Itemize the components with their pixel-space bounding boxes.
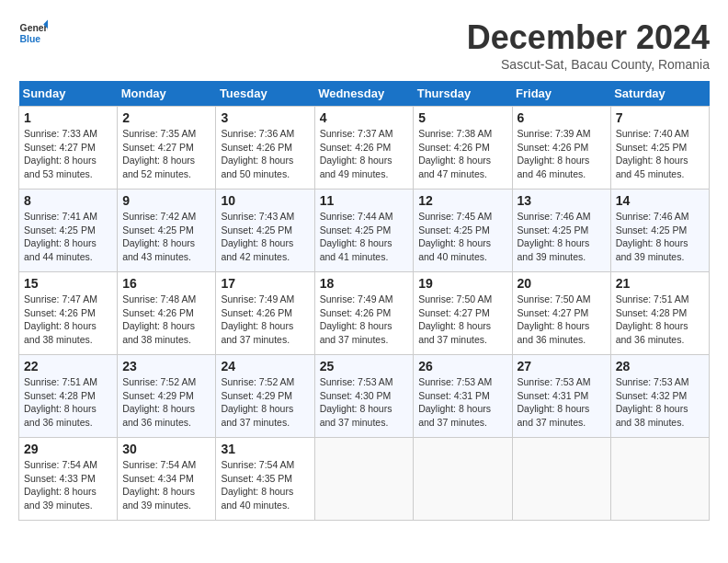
day-cell: 16 Sunrise: 7:48 AMSunset: 4:26 PMDaylig…: [118, 272, 216, 355]
col-tuesday: Tuesday: [216, 81, 314, 107]
day-detail: Sunrise: 7:38 AMSunset: 4:26 PMDaylight:…: [418, 127, 506, 181]
day-number: 3: [221, 110, 309, 125]
day-detail: Sunrise: 7:49 AMSunset: 4:26 PMDaylight:…: [221, 293, 309, 347]
day-detail: Sunrise: 7:43 AMSunset: 4:25 PMDaylight:…: [221, 210, 309, 264]
day-number: 22: [24, 359, 112, 373]
day-cell: 15 Sunrise: 7:47 AMSunset: 4:26 PMDaylig…: [19, 272, 118, 355]
calendar-table: Sunday Monday Tuesday Wednesday Thursday…: [18, 81, 710, 521]
day-number: 9: [122, 193, 210, 208]
day-number: 16: [122, 276, 210, 291]
week-row-5: 29 Sunrise: 7:54 AMSunset: 4:33 PMDaylig…: [19, 438, 710, 521]
col-monday: Monday: [118, 81, 216, 107]
day-cell: 27 Sunrise: 7:53 AMSunset: 4:31 PMDaylig…: [512, 355, 610, 438]
day-number: 14: [616, 193, 704, 208]
day-cell: 2 Sunrise: 7:35 AMSunset: 4:27 PMDayligh…: [118, 107, 216, 190]
logo: General Blue: [18, 18, 48, 48]
header-row: Sunday Monday Tuesday Wednesday Thursday…: [19, 81, 710, 107]
day-detail: Sunrise: 7:53 AMSunset: 4:30 PMDaylight:…: [320, 375, 409, 430]
day-number: 26: [418, 359, 506, 373]
day-cell: 5 Sunrise: 7:38 AMSunset: 4:26 PMDayligh…: [414, 107, 512, 190]
day-cell: 7 Sunrise: 7:40 AMSunset: 4:25 PMDayligh…: [610, 107, 709, 190]
day-detail: Sunrise: 7:50 AMSunset: 4:27 PMDaylight:…: [518, 293, 606, 347]
subtitle: Sascut-Sat, Bacau County, Romania: [467, 57, 710, 72]
day-detail: Sunrise: 7:53 AMSunset: 4:32 PMDaylight:…: [616, 375, 704, 430]
day-detail: Sunrise: 7:50 AMSunset: 4:27 PMDaylight:…: [418, 293, 506, 347]
day-number: 29: [24, 442, 112, 456]
col-wednesday: Wednesday: [314, 81, 414, 107]
day-number: 21: [616, 276, 704, 291]
day-cell: 14 Sunrise: 7:46 AMSunset: 4:25 PMDaylig…: [610, 190, 709, 272]
week-row-4: 22 Sunrise: 7:51 AMSunset: 4:28 PMDaylig…: [19, 355, 710, 438]
day-cell: 13 Sunrise: 7:46 AMSunset: 4:25 PMDaylig…: [512, 190, 610, 272]
day-number: 31: [221, 442, 309, 456]
day-cell: [414, 438, 512, 521]
day-cell: 9 Sunrise: 7:42 AMSunset: 4:25 PMDayligh…: [118, 190, 216, 272]
day-detail: Sunrise: 7:49 AMSunset: 4:26 PMDaylight:…: [320, 293, 409, 347]
logo-icon: General Blue: [18, 18, 48, 48]
day-cell: 29 Sunrise: 7:54 AMSunset: 4:33 PMDaylig…: [19, 438, 118, 521]
day-detail: Sunrise: 7:51 AMSunset: 4:28 PMDaylight:…: [616, 293, 704, 347]
day-detail: Sunrise: 7:39 AMSunset: 4:26 PMDaylight:…: [518, 127, 606, 181]
day-cell: 30 Sunrise: 7:54 AMSunset: 4:34 PMDaylig…: [118, 438, 216, 521]
day-cell: 17 Sunrise: 7:49 AMSunset: 4:26 PMDaylig…: [216, 272, 314, 355]
col-saturday: Saturday: [610, 81, 709, 107]
day-cell: 19 Sunrise: 7:50 AMSunset: 4:27 PMDaylig…: [414, 272, 512, 355]
week-row-2: 8 Sunrise: 7:41 AMSunset: 4:25 PMDayligh…: [19, 190, 710, 272]
day-number: 30: [122, 442, 210, 456]
day-detail: Sunrise: 7:37 AMSunset: 4:26 PMDaylight:…: [320, 127, 409, 181]
day-detail: Sunrise: 7:33 AMSunset: 4:27 PMDaylight:…: [24, 127, 112, 181]
day-cell: 28 Sunrise: 7:53 AMSunset: 4:32 PMDaylig…: [610, 355, 709, 438]
day-number: 11: [320, 193, 409, 208]
month-title: December 2024: [467, 18, 710, 57]
week-row-1: 1 Sunrise: 7:33 AMSunset: 4:27 PMDayligh…: [19, 107, 710, 190]
day-cell: 20 Sunrise: 7:50 AMSunset: 4:27 PMDaylig…: [512, 272, 610, 355]
day-number: 8: [24, 193, 112, 208]
day-detail: Sunrise: 7:41 AMSunset: 4:25 PMDaylight:…: [24, 210, 112, 264]
day-number: 17: [221, 276, 309, 291]
day-detail: Sunrise: 7:48 AMSunset: 4:26 PMDaylight:…: [122, 293, 210, 347]
day-cell: 4 Sunrise: 7:37 AMSunset: 4:26 PMDayligh…: [314, 107, 414, 190]
day-detail: Sunrise: 7:52 AMSunset: 4:29 PMDaylight:…: [122, 375, 210, 430]
day-detail: Sunrise: 7:54 AMSunset: 4:34 PMDaylight:…: [122, 458, 210, 512]
day-cell: 24 Sunrise: 7:52 AMSunset: 4:29 PMDaylig…: [216, 355, 314, 438]
day-cell: 25 Sunrise: 7:53 AMSunset: 4:30 PMDaylig…: [314, 355, 414, 438]
day-number: 24: [221, 359, 309, 373]
day-cell: 6 Sunrise: 7:39 AMSunset: 4:26 PMDayligh…: [512, 107, 610, 190]
col-sunday: Sunday: [19, 81, 118, 107]
day-detail: Sunrise: 7:42 AMSunset: 4:25 PMDaylight:…: [122, 210, 210, 264]
day-number: 12: [418, 193, 506, 208]
day-number: 23: [122, 359, 210, 373]
week-row-3: 15 Sunrise: 7:47 AMSunset: 4:26 PMDaylig…: [19, 272, 710, 355]
day-detail: Sunrise: 7:35 AMSunset: 4:27 PMDaylight:…: [122, 127, 210, 181]
day-cell: [512, 438, 610, 521]
day-cell: 1 Sunrise: 7:33 AMSunset: 4:27 PMDayligh…: [19, 107, 118, 190]
col-friday: Friday: [512, 81, 610, 107]
svg-text:Blue: Blue: [20, 34, 41, 44]
day-number: 25: [320, 359, 409, 373]
day-cell: [314, 438, 414, 521]
day-number: 7: [616, 110, 704, 125]
day-detail: Sunrise: 7:46 AMSunset: 4:25 PMDaylight:…: [616, 210, 704, 264]
day-detail: Sunrise: 7:40 AMSunset: 4:25 PMDaylight:…: [616, 127, 704, 181]
day-cell: 31 Sunrise: 7:54 AMSunset: 4:35 PMDaylig…: [216, 438, 314, 521]
day-number: 6: [518, 110, 606, 125]
day-number: 4: [320, 110, 409, 125]
day-number: 1: [24, 110, 112, 125]
day-cell: 12 Sunrise: 7:45 AMSunset: 4:25 PMDaylig…: [414, 190, 512, 272]
day-detail: Sunrise: 7:44 AMSunset: 4:25 PMDaylight:…: [320, 210, 409, 264]
day-number: 20: [518, 276, 606, 291]
title-block: December 2024 Sascut-Sat, Bacau County, …: [467, 18, 710, 72]
day-cell: 8 Sunrise: 7:41 AMSunset: 4:25 PMDayligh…: [19, 190, 118, 272]
day-cell: 11 Sunrise: 7:44 AMSunset: 4:25 PMDaylig…: [314, 190, 414, 272]
day-detail: Sunrise: 7:54 AMSunset: 4:35 PMDaylight:…: [221, 458, 309, 512]
day-detail: Sunrise: 7:53 AMSunset: 4:31 PMDaylight:…: [518, 375, 606, 430]
day-cell: 3 Sunrise: 7:36 AMSunset: 4:26 PMDayligh…: [216, 107, 314, 190]
day-number: 27: [518, 359, 606, 373]
day-number: 10: [221, 193, 309, 208]
svg-text:General: General: [20, 23, 48, 33]
page-header: General Blue December 2024 Sascut-Sat, B…: [18, 18, 710, 72]
day-number: 5: [418, 110, 506, 125]
col-thursday: Thursday: [414, 81, 512, 107]
day-cell: 21 Sunrise: 7:51 AMSunset: 4:28 PMDaylig…: [610, 272, 709, 355]
day-number: 15: [24, 276, 112, 291]
